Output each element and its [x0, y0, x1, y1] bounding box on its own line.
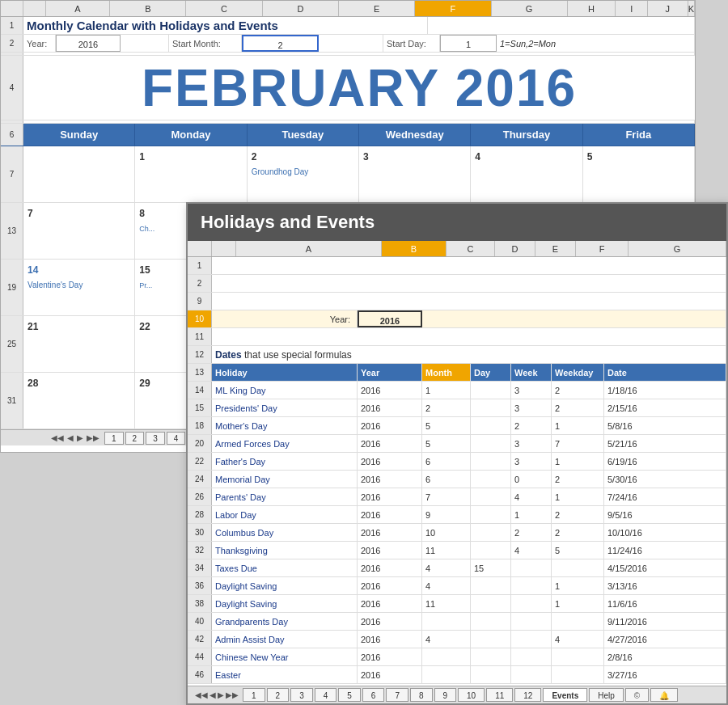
hol-year-22: 2016 — [358, 453, 422, 470]
cal-col-J[interactable]: J — [648, 1, 688, 16]
hol-month-18: 5 — [422, 417, 471, 434]
hol-year-18: 2016 — [358, 417, 422, 434]
hol-col-F[interactable]: F — [576, 241, 629, 256]
hol-scroll-right[interactable]: ▶ — [218, 690, 224, 699]
holidays-title: Holidays and Events — [201, 212, 375, 233]
hol-month-40 — [422, 613, 471, 630]
hol-weekday-32: 5 — [552, 542, 604, 559]
cal-tab-3[interactable]: 3 — [146, 432, 165, 445]
cal-col-C[interactable]: C — [186, 1, 262, 16]
cal-day-friday: Frida — [583, 124, 695, 146]
cal-col-A[interactable]: A — [46, 1, 110, 16]
hol-col-B[interactable]: B — [382, 241, 447, 256]
hol-tab-8[interactable]: 8 — [410, 688, 433, 702]
hol-year-input[interactable]: 2016 — [358, 310, 422, 327]
cal-col-K[interactable]: K — [688, 1, 695, 16]
hol-rownum-26: 26 — [188, 488, 212, 505]
cal-scroll-left-end[interactable]: ◀◀ — [51, 433, 64, 442]
hol-data-36: 36 Daylight Saving 2016 4 1 3/13/16 — [188, 577, 726, 595]
hol-tab-4[interactable]: 4 — [315, 688, 337, 702]
hol-month-36: 4 — [422, 577, 471, 594]
cal-rownum-2: 2 — [1, 35, 23, 52]
hol-tab-10[interactable]: 10 — [458, 688, 485, 702]
cal-col-B[interactable]: B — [110, 1, 186, 16]
cal-scroll-arrows[interactable]: ◀◀ ◀ ▶ ▶▶ — [49, 433, 101, 442]
hol-holiday-18: Mother's Day — [212, 417, 358, 434]
cal-col-I[interactable]: I — [616, 1, 648, 16]
cal-scroll-right[interactable]: ▶ — [77, 433, 83, 442]
hol-col-G[interactable]: G — [629, 241, 726, 256]
hol-rownum-11: 11 — [188, 328, 212, 345]
hol-date-40: 9/11/2016 — [604, 613, 726, 630]
hol-rownum-2: 2 — [188, 275, 212, 292]
cal-tab-1[interactable]: 1 — [104, 432, 124, 445]
hol-tab-6[interactable]: 6 — [362, 688, 385, 702]
hol-data-30: 30 Columbus Day 2016 10 2 2 10/10/16 — [188, 524, 726, 542]
cal-scroll-left[interactable]: ◀ — [67, 433, 74, 442]
hol-col-A[interactable]: A — [236, 241, 382, 256]
hol-weekday-26: 1 — [552, 488, 604, 505]
hol-tab-3[interactable]: 3 — [290, 688, 313, 702]
hol-weekday-30: 2 — [552, 524, 604, 541]
hol-weekday-40 — [552, 613, 604, 630]
hol-week-18: 2 — [511, 417, 552, 434]
hol-data-15: 15 Presidents' Day 2016 2 3 2 2/15/16 — [188, 399, 726, 417]
cal-col-H[interactable]: H — [568, 1, 616, 16]
hol-holiday-26: Parents' Day — [212, 488, 358, 505]
cal-daynum: 21 — [28, 321, 38, 332]
hol-tab-12[interactable]: 12 — [514, 688, 541, 702]
cal-day-w2-sun: 7 — [23, 203, 135, 259]
cal-year-input[interactable]: 2016 — [56, 35, 121, 52]
hol-tab-2[interactable]: 2 — [267, 688, 290, 702]
hol-rownum-28: 28 — [188, 506, 212, 523]
hol-day-28 — [471, 506, 511, 523]
hol-month-20: 5 — [422, 435, 471, 452]
cal-daynum: 3 — [363, 151, 369, 163]
hol-col-D[interactable]: D — [495, 241, 535, 256]
cal-col-F[interactable]: F — [415, 1, 491, 16]
hol-header-weekday: Weekday — [552, 364, 604, 381]
cal-col-D[interactable]: D — [263, 1, 339, 16]
hol-scroll-left[interactable]: ◀ — [210, 690, 216, 699]
hol-tab-7[interactable]: 7 — [386, 688, 408, 702]
hol-tab-1[interactable]: 1 — [243, 688, 265, 702]
cal-scroll-right-end[interactable]: ▶▶ — [87, 433, 99, 442]
hol-date-34: 4/15/2016 — [604, 559, 726, 576]
hol-rownum-15: 15 — [188, 399, 212, 416]
cal-tab-4[interactable]: 4 — [167, 432, 186, 445]
hol-col-C[interactable]: C — [447, 241, 495, 256]
hol-tab-9[interactable]: 9 — [434, 688, 457, 702]
cal-daynum: 2 — [252, 151, 257, 163]
hol-scroll-right-end[interactable]: ▶▶ — [226, 690, 239, 699]
hol-tab-5[interactable]: 5 — [338, 688, 361, 702]
cal-col-G[interactable]: G — [492, 1, 568, 16]
hol-month-34: 4 — [422, 559, 471, 576]
hol-tab-11[interactable]: 11 — [486, 688, 513, 702]
hol-tab-events[interactable]: Events — [543, 688, 587, 702]
cal-tab-2[interactable]: 2 — [125, 432, 145, 445]
cal-rownum-4: 4 — [1, 56, 23, 120]
cal-startmonth-input[interactable]: 2 — [242, 35, 319, 52]
cal-startday-note: 1=Sun,2=Mon — [497, 35, 695, 52]
cal-day-thursday: Thursday — [471, 124, 582, 146]
hol-row-10: 10 Year: 2016 — [188, 310, 726, 328]
hol-holiday-40: Grandparents Day — [212, 613, 358, 630]
hol-holiday-36: Daylight Saving — [212, 577, 358, 594]
hol-col-E[interactable]: E — [535, 241, 576, 256]
cal-col-E[interactable]: E — [339, 1, 415, 16]
cal-startday-label: Start Day: — [383, 35, 440, 52]
hol-tab-copyright[interactable]: © — [625, 688, 649, 702]
hol-scroll-left-end[interactable]: ◀◀ — [195, 690, 208, 699]
hol-tab-help[interactable]: Help — [589, 688, 624, 702]
hol-month-22: 6 — [422, 453, 471, 470]
hol-tab-bell[interactable]: 🔔 — [650, 688, 678, 702]
cal-rownum-7: 7 — [1, 146, 23, 202]
hol-row-9: 9 — [188, 293, 726, 310]
cal-rownum-31: 31 — [1, 373, 23, 428]
hol-row-2: 2 — [188, 275, 726, 293]
cal-startday-input[interactable]: 1 — [440, 35, 497, 52]
cal-rownum-1: 1 — [1, 17, 23, 34]
hol-data-44: 44 Chinese New Year 2016 2/8/16 — [188, 648, 726, 666]
hol-scroll-arrows[interactable]: ◀◀ ◀ ▶ ▶▶ — [194, 690, 239, 699]
hol-rownum-30: 30 — [188, 524, 212, 541]
